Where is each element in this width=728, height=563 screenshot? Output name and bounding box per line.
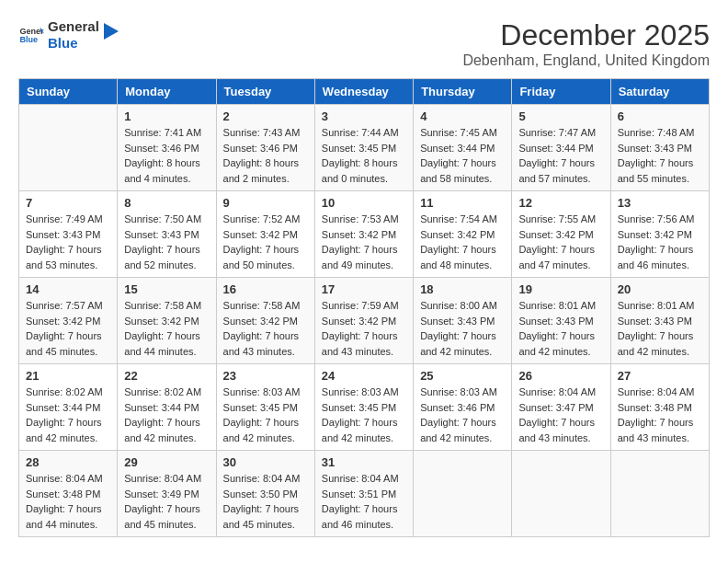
- sunrise-text: Sunrise: 7:53 AM: [322, 213, 399, 224]
- sunrise-text: Sunrise: 7:58 AM: [223, 300, 301, 311]
- daylight-text: Daylight: 7 hours and 45 minutes.: [124, 503, 200, 530]
- calendar-cell: [19, 105, 118, 191]
- day-number: 4: [420, 109, 505, 123]
- sunset-text: Sunset: 3:49 PM: [124, 488, 199, 500]
- day-number: 6: [618, 109, 702, 123]
- day-number: 16: [223, 282, 308, 296]
- calendar-header-row: SundayMondayTuesdayWednesdayThursdayFrid…: [19, 79, 710, 105]
- calendar-cell: 31 Sunrise: 8:04 AM Sunset: 3:51 PM Dayl…: [314, 451, 413, 537]
- day-info: Sunrise: 7:47 AM Sunset: 3:44 PM Dayligh…: [518, 125, 603, 186]
- calendar-cell: 22 Sunrise: 8:02 AM Sunset: 3:44 PM Dayl…: [118, 364, 216, 451]
- day-info: Sunrise: 7:50 AM Sunset: 3:43 PM Dayligh…: [124, 212, 209, 272]
- day-number: 2: [223, 109, 308, 123]
- sunset-text: Sunset: 3:43 PM: [618, 316, 692, 327]
- daylight-text: Daylight: 7 hours and 57 minutes.: [518, 157, 595, 184]
- calendar-cell: 14 Sunrise: 7:57 AM Sunset: 3:42 PM Dayl…: [19, 278, 118, 364]
- day-number: 26: [518, 369, 603, 383]
- sunrise-text: Sunrise: 8:01 AM: [618, 300, 695, 311]
- daylight-text: Daylight: 7 hours and 58 minutes.: [420, 157, 496, 184]
- daylight-text: Daylight: 8 hours and 4 minutes.: [124, 157, 200, 184]
- daylight-text: Daylight: 7 hours and 42 minutes.: [420, 417, 496, 443]
- sunrise-text: Sunrise: 8:04 AM: [26, 473, 103, 484]
- sunset-text: Sunset: 3:46 PM: [124, 143, 199, 154]
- calendar-cell: 16 Sunrise: 7:58 AM Sunset: 3:42 PM Dayl…: [216, 278, 314, 364]
- day-info: Sunrise: 8:04 AM Sunset: 3:47 PM Dayligh…: [518, 385, 603, 445]
- daylight-text: Daylight: 7 hours and 53 minutes.: [26, 244, 102, 270]
- sunrise-text: Sunrise: 7:45 AM: [420, 127, 497, 138]
- calendar-week-row: 14 Sunrise: 7:57 AM Sunset: 3:42 PM Dayl…: [19, 278, 710, 364]
- daylight-text: Daylight: 7 hours and 45 minutes.: [223, 503, 300, 530]
- day-number: 19: [518, 282, 603, 296]
- calendar-cell: [414, 451, 512, 537]
- calendar-cell: 3 Sunrise: 7:44 AM Sunset: 3:45 PM Dayli…: [314, 105, 413, 191]
- sunset-text: Sunset: 3:45 PM: [223, 402, 298, 413]
- day-number: 23: [223, 369, 308, 383]
- sunset-text: Sunset: 3:42 PM: [223, 229, 298, 240]
- calendar-week-row: 28 Sunrise: 8:04 AM Sunset: 3:48 PM Dayl…: [19, 451, 710, 537]
- day-info: Sunrise: 8:02 AM Sunset: 3:44 PM Dayligh…: [26, 385, 110, 445]
- day-info: Sunrise: 8:03 AM Sunset: 3:45 PM Dayligh…: [223, 385, 308, 445]
- sunset-text: Sunset: 3:42 PM: [322, 229, 396, 240]
- day-number: 9: [223, 196, 308, 210]
- page-header: General Blue General Blue December 2025 …: [18, 18, 710, 69]
- day-info: Sunrise: 7:56 AM Sunset: 3:42 PM Dayligh…: [618, 212, 702, 272]
- calendar-cell: 26 Sunrise: 8:04 AM Sunset: 3:47 PM Dayl…: [512, 364, 610, 451]
- day-info: Sunrise: 8:03 AM Sunset: 3:45 PM Dayligh…: [322, 385, 406, 445]
- sunrise-text: Sunrise: 7:50 AM: [124, 213, 201, 224]
- daylight-text: Daylight: 7 hours and 48 minutes.: [420, 244, 496, 270]
- daylight-text: Daylight: 7 hours and 46 minutes.: [618, 244, 694, 270]
- day-info: Sunrise: 7:57 AM Sunset: 3:42 PM Dayligh…: [26, 298, 110, 359]
- sunrise-text: Sunrise: 8:03 AM: [420, 386, 497, 397]
- sunrise-text: Sunrise: 7:44 AM: [322, 127, 399, 138]
- day-info: Sunrise: 8:04 AM Sunset: 3:48 PM Dayligh…: [26, 471, 110, 532]
- day-number: 22: [124, 369, 209, 383]
- sunrise-text: Sunrise: 8:03 AM: [322, 386, 399, 397]
- sunrise-text: Sunrise: 7:59 AM: [322, 300, 399, 311]
- sunrise-text: Sunrise: 8:04 AM: [223, 473, 301, 484]
- day-number: 12: [518, 196, 603, 210]
- calendar-cell: [610, 451, 709, 537]
- sunrise-text: Sunrise: 8:04 AM: [124, 473, 201, 484]
- svg-text:Blue: Blue: [19, 35, 38, 44]
- calendar-cell: 27 Sunrise: 8:04 AM Sunset: 3:48 PM Dayl…: [610, 364, 709, 451]
- sunset-text: Sunset: 3:43 PM: [26, 229, 100, 240]
- sunset-text: Sunset: 3:42 PM: [618, 229, 692, 240]
- calendar-cell: 5 Sunrise: 7:47 AM Sunset: 3:44 PM Dayli…: [512, 105, 610, 191]
- day-info: Sunrise: 7:59 AM Sunset: 3:42 PM Dayligh…: [322, 298, 406, 359]
- sunrise-text: Sunrise: 7:49 AM: [26, 213, 103, 224]
- sunset-text: Sunset: 3:46 PM: [223, 143, 298, 154]
- day-number: 18: [420, 282, 505, 296]
- day-info: Sunrise: 7:41 AM Sunset: 3:46 PM Dayligh…: [124, 125, 209, 186]
- day-info: Sunrise: 8:02 AM Sunset: 3:44 PM Dayligh…: [124, 385, 209, 445]
- day-number: 21: [26, 369, 110, 383]
- calendar-cell: 4 Sunrise: 7:45 AM Sunset: 3:44 PM Dayli…: [414, 105, 512, 191]
- day-info: Sunrise: 8:01 AM Sunset: 3:43 PM Dayligh…: [618, 298, 702, 359]
- col-header-thursday: Thursday: [414, 79, 512, 105]
- sunset-text: Sunset: 3:51 PM: [322, 488, 396, 500]
- day-number: 14: [26, 282, 110, 296]
- daylight-text: Daylight: 7 hours and 42 minutes.: [223, 417, 300, 443]
- day-number: 11: [420, 196, 505, 210]
- calendar-week-row: 21 Sunrise: 8:02 AM Sunset: 3:44 PM Dayl…: [19, 364, 710, 451]
- sunrise-text: Sunrise: 8:04 AM: [322, 473, 399, 484]
- day-number: 29: [124, 455, 209, 469]
- sunset-text: Sunset: 3:43 PM: [420, 316, 495, 327]
- sunrise-text: Sunrise: 7:43 AM: [223, 127, 301, 138]
- day-info: Sunrise: 8:04 AM Sunset: 3:48 PM Dayligh…: [618, 385, 702, 445]
- sunset-text: Sunset: 3:43 PM: [124, 229, 199, 240]
- day-info: Sunrise: 7:54 AM Sunset: 3:42 PM Dayligh…: [420, 212, 505, 272]
- daylight-text: Daylight: 7 hours and 43 minutes.: [618, 417, 694, 443]
- calendar-cell: 18 Sunrise: 8:00 AM Sunset: 3:43 PM Dayl…: [414, 278, 512, 364]
- sunrise-text: Sunrise: 8:04 AM: [518, 386, 596, 397]
- daylight-text: Daylight: 7 hours and 42 minutes.: [124, 417, 200, 443]
- sunset-text: Sunset: 3:43 PM: [618, 143, 692, 154]
- calendar-week-row: 7 Sunrise: 7:49 AM Sunset: 3:43 PM Dayli…: [19, 191, 710, 278]
- day-number: 27: [618, 369, 702, 383]
- calendar-cell: 29 Sunrise: 8:04 AM Sunset: 3:49 PM Dayl…: [118, 451, 216, 537]
- col-header-monday: Monday: [118, 79, 216, 105]
- calendar-cell: 2 Sunrise: 7:43 AM Sunset: 3:46 PM Dayli…: [216, 105, 314, 191]
- calendar-cell: 25 Sunrise: 8:03 AM Sunset: 3:46 PM Dayl…: [414, 364, 512, 451]
- logo: General Blue General Blue: [18, 18, 119, 52]
- sunrise-text: Sunrise: 8:02 AM: [26, 386, 103, 397]
- sunrise-text: Sunrise: 8:03 AM: [223, 386, 301, 397]
